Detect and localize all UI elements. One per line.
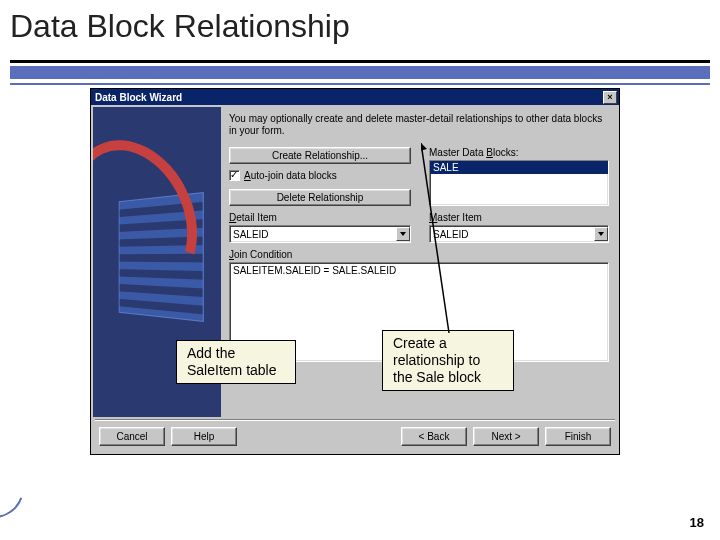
close-icon[interactable]: × xyxy=(603,91,617,104)
master-blocks-listbox[interactable]: SALE xyxy=(429,160,609,206)
finish-button[interactable]: Finish xyxy=(545,427,611,446)
dialog-title: Data Block Wizard xyxy=(95,92,182,103)
master-item-combo[interactable]: SALEID xyxy=(429,225,609,243)
dialog-titlebar[interactable]: Data Block Wizard × xyxy=(91,89,619,105)
back-button[interactable]: < Back xyxy=(401,427,467,446)
cancel-button[interactable]: Cancel xyxy=(99,427,165,446)
chevron-down-icon[interactable] xyxy=(396,227,410,241)
create-relationship-button[interactable]: Create Relationship... xyxy=(229,147,411,164)
auto-join-label: Auto-join data blocks xyxy=(244,170,337,181)
checkbox-icon[interactable] xyxy=(229,170,240,181)
page-number: 18 xyxy=(690,515,704,530)
master-block-item-selected[interactable]: SALE xyxy=(430,161,608,174)
master-item-value: SALEID xyxy=(430,229,594,240)
next-button[interactable]: Next > xyxy=(473,427,539,446)
callout-create-relationship: Create a relationship to the Sale block xyxy=(382,330,514,391)
chevron-down-icon[interactable] xyxy=(594,227,608,241)
join-condition-label: Join Condition xyxy=(229,249,609,260)
data-block-wizard-dialog: Data Block Wizard × You may optionally c… xyxy=(90,88,620,455)
title-accent2 xyxy=(10,83,710,85)
title-area: Data Block Relationship xyxy=(10,8,710,49)
instruction-text: You may optionally create and delete mas… xyxy=(229,113,609,137)
auto-join-checkbox[interactable]: Auto-join data blocks xyxy=(229,170,411,181)
page-title: Data Block Relationship xyxy=(10,8,710,45)
dialog-footer: Cancel Help < Back Next > Finish xyxy=(91,421,619,454)
master-item-label: Master Item xyxy=(429,212,609,223)
detail-item-combo[interactable]: SALEID xyxy=(229,225,411,243)
callout-add-saleitem: Add the SaleItem table xyxy=(176,340,296,384)
detail-item-value: SALEID xyxy=(230,229,396,240)
detail-item-label: Detail Item xyxy=(229,212,411,223)
corner-decoration xyxy=(0,448,34,528)
dialog-body: You may optionally create and delete mas… xyxy=(91,105,619,419)
title-accent xyxy=(10,66,710,79)
title-rule xyxy=(10,60,710,63)
master-blocks-label: Master Data Blocks: xyxy=(429,147,609,158)
help-button[interactable]: Help xyxy=(171,427,237,446)
delete-relationship-button[interactable]: Delete Relationship xyxy=(229,189,411,206)
